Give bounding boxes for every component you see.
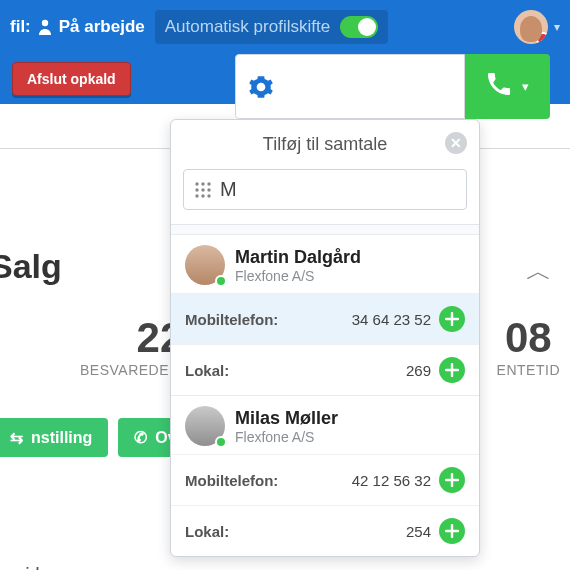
svg-point-1: [195, 182, 198, 185]
dialpad-icon: [194, 181, 212, 199]
contact-company: Flexfone A/S: [235, 268, 361, 284]
contact-avatar: [185, 406, 225, 446]
stat-answered-value: 22: [80, 314, 183, 362]
transfer-icon: ⇆: [10, 428, 23, 447]
svg-point-0: [42, 20, 48, 26]
transfer-label: nstilling: [31, 429, 92, 447]
popup-title: Tilføj til samtale: [263, 134, 387, 155]
svg-point-8: [201, 194, 204, 197]
stat-answered-label: BESVAREDE K: [80, 362, 183, 378]
user-menu[interactable]: ▾: [514, 10, 560, 44]
auto-profile-switch[interactable]: Automatisk profilskifte: [155, 10, 388, 44]
contact-name: Milas Møller: [235, 408, 338, 429]
add-to-conversation-popup: Tilføj til samtale ✕ M Martin Dalgård Fl…: [170, 119, 480, 557]
contact-avatar: [185, 245, 225, 285]
dnd-badge-icon: [536, 32, 548, 44]
user-avatar: [514, 10, 548, 44]
contact-item: Milas Møller Flexfone A/S Mobiltelefon: …: [171, 395, 479, 556]
add-button[interactable]: [439, 518, 465, 544]
contact-header[interactable]: Milas Møller Flexfone A/S: [171, 396, 479, 454]
contact-number-row[interactable]: Lokal: 269: [171, 344, 479, 395]
chevron-up-icon[interactable]: ︿: [526, 254, 552, 289]
phone-icon: ✆: [134, 428, 147, 447]
call-button[interactable]: ▾: [465, 54, 550, 119]
contact-number-row[interactable]: Mobiltelefon: 42 12 56 32: [171, 454, 479, 505]
toggle-switch[interactable]: [340, 16, 378, 38]
number-value: 42 12 56 32: [352, 472, 431, 489]
dial-bar: ▾: [235, 54, 550, 119]
stat-answered: 22 BESVAREDE K: [80, 314, 183, 378]
number-label: Mobiltelefon:: [185, 472, 278, 489]
svg-point-4: [195, 188, 198, 191]
number-value: 269: [406, 362, 431, 379]
person-icon: [37, 18, 53, 36]
stat-waittime: 08 ENTETID: [497, 314, 560, 378]
add-button[interactable]: [439, 357, 465, 383]
stat-waittime-label: ENTETID: [497, 362, 560, 378]
dial-input-area[interactable]: [235, 54, 465, 119]
svg-point-3: [207, 182, 210, 185]
chevron-down-icon: ▾: [554, 20, 560, 34]
profile-prefix: fil:: [10, 17, 31, 37]
profile-indicator[interactable]: fil: På arbejde: [10, 17, 145, 37]
svg-point-6: [207, 188, 210, 191]
contact-number-row[interactable]: Lokal: 254: [171, 505, 479, 556]
end-call-button[interactable]: Afslut opkald: [12, 62, 131, 96]
close-icon[interactable]: ✕: [445, 132, 467, 154]
presence-dot-icon: [215, 436, 227, 448]
svg-point-7: [195, 194, 198, 197]
auto-profile-switch-label: Automatisk profilskifte: [165, 17, 330, 37]
search-input[interactable]: M: [183, 169, 467, 210]
number-label: Mobiltelefon:: [185, 311, 278, 328]
transfer-button[interactable]: ⇆ nstilling: [0, 418, 108, 457]
gear-icon[interactable]: [248, 74, 274, 100]
stat-waittime-value: 08: [497, 314, 560, 362]
number-value: 34 64 23 52: [352, 311, 431, 328]
svg-point-5: [201, 188, 204, 191]
contact-company: Flexfone A/S: [235, 429, 338, 445]
contact-item: Martin Dalgård Flexfone A/S Mobiltelefon…: [171, 234, 479, 395]
phone-icon: [486, 71, 512, 103]
chevron-down-icon[interactable]: ▾: [522, 79, 529, 94]
add-button[interactable]: [439, 467, 465, 493]
number-value: 254: [406, 523, 431, 540]
number-label: Lokal:: [185, 362, 229, 379]
profile-status: På arbejde: [59, 17, 145, 37]
svg-point-9: [207, 194, 210, 197]
contact-number-row[interactable]: Mobiltelefon: 34 64 23 52: [171, 293, 479, 344]
search-value: M: [220, 178, 237, 201]
contact-header[interactable]: Martin Dalgård Flexfone A/S: [171, 235, 479, 293]
add-button[interactable]: [439, 306, 465, 332]
topbar: fil: På arbejde Automatisk profilskifte …: [0, 0, 570, 54]
presence-dot-icon: [215, 275, 227, 287]
queue-footer: er i kø: [2, 564, 58, 570]
queue-title: Salg: [0, 247, 62, 286]
contact-name: Martin Dalgård: [235, 247, 361, 268]
number-label: Lokal:: [185, 523, 229, 540]
svg-point-2: [201, 182, 204, 185]
